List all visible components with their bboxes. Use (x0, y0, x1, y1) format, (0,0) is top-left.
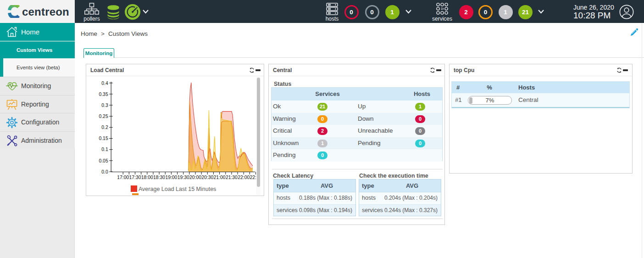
sidebar-item-administration-label: Administration (21, 132, 62, 150)
breadcrumb-custom-views-link[interactable]: Custom Views (108, 30, 148, 37)
tab-monitoring-label: Monitoring (85, 50, 112, 56)
chart-scrollbar (256, 77, 261, 195)
cpu-col-percent: % (480, 82, 499, 93)
service-status-count[interactable]: 2 (317, 127, 328, 135)
svg-text:21:00: 21:00 (214, 175, 226, 180)
check-type-value: services (362, 205, 383, 216)
breadcrumb-separator: > (101, 30, 105, 37)
configuration-gear-icon (6, 117, 18, 129)
status-row-unknown: Unknown1Pending0 (272, 137, 442, 150)
widget-central: Central Status Services Hosts Ok21Up1War… (268, 64, 445, 225)
service-status-count[interactable]: 0 (317, 115, 328, 123)
collapse-widget-icon[interactable] (255, 69, 261, 71)
svg-text:17:00: 17:00 (117, 175, 129, 180)
sidebar-item-reporting[interactable]: Reporting (0, 95, 75, 113)
breadcrumb-home-link[interactable]: Home (81, 30, 97, 37)
sidebar-item-home-label: Home (21, 23, 39, 41)
hosts-badge-0[interactable]: 0 (344, 5, 359, 19)
host-status-count[interactable]: 1 (415, 103, 425, 111)
host-status-label: Down (358, 113, 374, 125)
status-table-header: Services Hosts (272, 88, 442, 101)
top-cpu-row: #1 7% Central (452, 93, 629, 108)
breadcrumb: Home>Custom Views (81, 30, 148, 37)
svg-text:18:00: 18:00 (141, 175, 153, 180)
check-execution-table: typeAVGhosts0.204s (Max : 0.204s)service… (359, 179, 441, 216)
svg-text:21:30: 21:30 (226, 175, 238, 180)
host-status-count[interactable]: 0 (415, 115, 425, 123)
check-latency-table: typeAVGhosts0.188s (Max : 0.188s)service… (273, 179, 356, 216)
svg-text:0.3: 0.3 (101, 103, 108, 108)
home-icon (6, 26, 18, 38)
status-row-pending: Pending0 (272, 149, 442, 162)
widget-top-cpu-title: top Cpu (454, 67, 474, 73)
pollers-icon (84, 3, 99, 15)
svg-text:22:30: 22:30 (250, 175, 256, 180)
edit-view-pencil-icon[interactable] (629, 28, 638, 37)
database-status-icon[interactable] (106, 5, 121, 19)
svg-text:0.4: 0.4 (101, 81, 108, 86)
refresh-widget-icon[interactable] (616, 67, 622, 73)
hosts-chevron-down-icon[interactable] (405, 9, 412, 14)
sidebar-item-administration[interactable]: Administration (0, 131, 75, 149)
cpu-col-rank: # (456, 82, 460, 93)
sidebar-item-configuration[interactable]: Configuration (0, 113, 75, 131)
check-execution-heading: Check the execution time (359, 173, 428, 179)
svg-text:0.25: 0.25 (99, 114, 108, 119)
svg-text:0.0: 0.0 (101, 169, 108, 174)
refresh-widget-icon[interactable] (249, 67, 255, 73)
collapse-widget-icon[interactable] (436, 69, 441, 71)
hosts-badge-1[interactable]: 0 (365, 5, 379, 19)
sidebar-item-configuration-label: Configuration (21, 113, 59, 131)
cpu-usage-percent: 7% (468, 96, 511, 104)
check-table-header: typeAVG (274, 179, 355, 192)
check-latency-heading: Check Latency (273, 173, 313, 179)
centreon-logo[interactable]: centreon (0, 0, 75, 23)
services-badge-2[interactable]: 1 (499, 5, 513, 19)
pollers-label: pollers (81, 16, 103, 22)
check-col-type: type (362, 179, 374, 192)
sidebar-item-events-view[interactable]: Events view (beta) (0, 58, 75, 77)
status-row-ok: Ok21Up1 (272, 101, 442, 113)
check-avg-value: 0.098s (Max : 0.194s) (299, 205, 352, 216)
service-status-count[interactable]: 1 (317, 140, 328, 147)
services-chevron-down-icon[interactable] (538, 9, 544, 14)
tab-monitoring[interactable]: Monitoring (83, 48, 114, 58)
service-status-label: Critical (273, 125, 292, 137)
svg-text:19:30: 19:30 (178, 175, 189, 180)
sidebar-item-monitoring-label: Monitoring (21, 77, 51, 95)
check-row-services: services0.098s (Max : 0.194s) (274, 204, 355, 216)
refresh-widget-icon[interactable] (430, 67, 435, 73)
widget-top-cpu: top Cpu # % Hosts #1 7% Central (449, 64, 633, 174)
monitoring-icon (6, 80, 18, 92)
latency-gauge-icon[interactable] (125, 4, 140, 20)
cpu-col-hosts: Hosts (518, 82, 535, 93)
cpu-rank-value: #1 (455, 93, 461, 107)
sidebar-item-monitoring[interactable]: Monitoring (0, 77, 75, 95)
status-table: Services Hosts Ok21Up1Warning0Down0Criti… (271, 87, 443, 161)
chart-scrollbar-thumb[interactable] (257, 78, 260, 187)
service-status-count[interactable]: 21 (317, 103, 328, 111)
host-status-count[interactable]: 0 (415, 127, 425, 135)
services-badge-3[interactable]: 21 (518, 5, 533, 19)
hosts-label: hosts (321, 16, 343, 22)
top-cpu-table-header: # % Hosts (452, 82, 629, 93)
widget-top-cpu-header: top Cpu (450, 64, 632, 76)
services-badge-1[interactable]: 0 (478, 5, 493, 19)
brand-name: centreon (22, 6, 69, 18)
user-profile-icon[interactable] (619, 5, 634, 19)
sidebar-item-home[interactable]: Home (0, 23, 75, 41)
check-avg-value: 0.188s (Max : 0.188s) (299, 192, 352, 204)
hosts-badge-2[interactable]: 1 (385, 5, 400, 19)
svg-text:0.15: 0.15 (99, 136, 108, 141)
svg-text:Average Load Last 15 Minutes: Average Load Last 15 Minutes (139, 186, 216, 192)
services-badge-0[interactable]: 2 (459, 5, 473, 19)
hosts-icon (326, 3, 338, 15)
collapse-widget-icon[interactable] (623, 69, 628, 71)
service-status-count[interactable]: 0 (317, 151, 328, 159)
check-type-value: hosts (362, 192, 376, 204)
host-status-count[interactable]: 0 (415, 140, 425, 147)
section-divider (272, 169, 443, 169)
centreon-logo-icon (7, 5, 21, 18)
sidebar-item-custom-views[interactable]: Custom Views (0, 41, 75, 58)
poller-chevron-down-icon[interactable] (142, 9, 149, 14)
